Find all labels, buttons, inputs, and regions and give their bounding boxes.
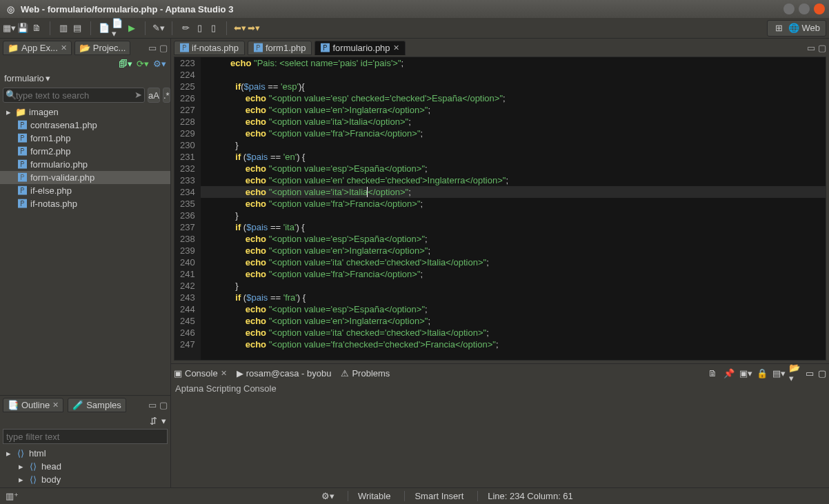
code-line[interactable]: echo "Pais: <select name='pais' id='pais…	[201, 57, 826, 69]
close-icon[interactable]: ✕	[393, 43, 399, 52]
minimize-view-icon[interactable]: ▭	[148, 43, 157, 53]
tab-project-explorer[interactable]: 📂 Projec...	[74, 41, 131, 55]
console-body[interactable]: Aptana Scripting Console	[171, 382, 829, 487]
outline-item[interactable]: ▸⟨⟩html	[0, 447, 170, 460]
editor-tab[interactable]: 🅿if-notas.php	[174, 41, 245, 55]
maximize-button[interactable]	[799, 3, 810, 14]
close-icon[interactable]: ✕	[61, 43, 67, 52]
expander-icon[interactable]: ▸	[4, 107, 12, 117]
tree-item[interactable]: 🅿if-notas.php	[0, 197, 170, 210]
editor-tab[interactable]: 🅿formulario.php✕	[314, 41, 405, 55]
outline-filter-input[interactable]	[3, 429, 168, 444]
close-icon[interactable]: ✕	[52, 401, 59, 410]
outline-item[interactable]: ▸⟨⟩head	[0, 460, 170, 473]
tab-samples[interactable]: 🧪 Samples	[68, 398, 126, 412]
code-line[interactable]: }	[201, 280, 826, 292]
minimize-view-icon[interactable]: ▭	[807, 43, 815, 53]
layout-icon[interactable]: ▥	[57, 22, 70, 34]
new-icon[interactable]: ▦▾	[3, 22, 15, 34]
tab-outline[interactable]: 📑 Outline ✕	[3, 398, 63, 412]
regex-toggle[interactable]: .*	[163, 88, 170, 103]
open-perspective-icon[interactable]: ⊞	[773, 22, 786, 34]
code-line[interactable]: }	[201, 210, 826, 221]
tab-app-explorer[interactable]: 📁 App Ex... ✕	[3, 41, 72, 55]
collapse-icon[interactable]: 🗐▾	[119, 59, 132, 69]
tree-item[interactable]: 🅿contrasena1.php	[0, 119, 170, 132]
run-icon[interactable]: ▶	[126, 22, 138, 34]
link-icon[interactable]: ⟳▾	[137, 59, 149, 69]
minimize-view-icon[interactable]: ▭	[148, 400, 157, 410]
views-icon[interactable]: ▤	[71, 22, 83, 34]
display-icon[interactable]: ▣▾	[739, 367, 752, 379]
code-line[interactable]: echo "<option value='esp'>España</option…	[201, 303, 826, 315]
filter-icon[interactable]: ▾	[161, 416, 166, 426]
code-line[interactable]: echo "<option value='ita'>Italia</option…	[201, 186, 826, 198]
add-view-icon[interactable]: ▥⁺	[6, 490, 18, 503]
code-line[interactable]: echo "<option value='fra'>Francia</optio…	[201, 268, 826, 280]
maximize-view-icon[interactable]: ▢	[159, 43, 168, 53]
case-toggle[interactable]: aA	[148, 88, 160, 103]
highlight-icon[interactable]: ✏	[179, 22, 192, 34]
tree-item[interactable]: 🅿if-else.php	[0, 184, 170, 197]
outline-tree[interactable]: ▸⟨⟩html▸⟨⟩head▸⟨⟩body	[0, 445, 170, 487]
script2-icon[interactable]: 📄▾	[112, 22, 124, 34]
code-editor[interactable]: echo "Pais: <select name='pais' id='pais…	[201, 57, 826, 360]
code-line[interactable]: echo "<option value='en' checked='checke…	[201, 174, 826, 186]
code-line[interactable]: echo "<option value='en'>Inglaterra</opt…	[201, 245, 826, 256]
save-icon[interactable]: 💾	[17, 22, 29, 34]
tab-terminal[interactable]: ▶ rosam@casa - byobu	[237, 368, 332, 379]
nav-forward-icon[interactable]: ➡▾	[248, 22, 260, 34]
code-line[interactable]: echo "<option value='fra'>Francia</optio…	[201, 128, 826, 139]
code-line[interactable]: echo "<option value='ita' checked='check…	[201, 327, 826, 339]
editor-area[interactable]: 2232242252262272282292302312322332342352…	[174, 57, 826, 361]
expander-icon[interactable]: ▸	[17, 461, 25, 472]
code-line[interactable]: if ($pais == 'ita') {	[201, 221, 826, 233]
toggle2-icon[interactable]: ▯	[207, 22, 219, 34]
minimize-button[interactable]	[783, 3, 795, 14]
code-line[interactable]: if ($pais == 'fra') {	[201, 292, 826, 303]
tab-console[interactable]: ▣ Console ✕	[174, 368, 227, 379]
expander-icon[interactable]: ▸	[4, 448, 12, 458]
code-line[interactable]: echo "<option value='fra'>Francia</optio…	[201, 198, 826, 210]
nav-back-icon[interactable]: ⬅▾	[234, 22, 246, 34]
code-line[interactable]	[201, 69, 826, 81]
script-icon[interactable]: 📄	[98, 22, 110, 34]
perspective-switcher[interactable]: ⊞ 🌐 Web	[767, 20, 827, 37]
tree-item[interactable]: 🅿formulario.php	[0, 158, 170, 171]
tree-item[interactable]: 🅿form-validar.php	[0, 171, 170, 184]
open-console-icon[interactable]: ▤▾	[772, 367, 785, 379]
code-line[interactable]: echo "<option value='fra'checked='checke…	[201, 339, 826, 350]
tree-item[interactable]: 🅿form2.php	[0, 145, 170, 158]
code-line[interactable]: }	[201, 139, 826, 151]
code-line[interactable]: if ($pais == 'en') {	[201, 151, 826, 163]
code-line[interactable]: echo "<option value='esp'>España</option…	[201, 233, 826, 245]
close-icon[interactable]: ✕	[221, 369, 227, 378]
tab-problems[interactable]: ⚠ Problems	[341, 368, 390, 379]
sort-icon[interactable]: ⇵	[150, 416, 157, 426]
code-line[interactable]: echo "<option value='esp'>España</option…	[201, 163, 826, 174]
clear-icon[interactable]: 🗎	[706, 367, 719, 379]
code-line[interactable]: echo "<option value='ita'>Italia</option…	[201, 116, 826, 128]
editor-tab[interactable]: 🅿form1.php	[248, 41, 312, 55]
code-line[interactable]: echo "<option value='en'>Inglaterra</opt…	[201, 315, 826, 327]
maximize-view-icon[interactable]: ▢	[818, 368, 826, 379]
toggle1-icon[interactable]: ▯	[193, 22, 206, 34]
minimize-view-icon[interactable]: ▭	[806, 368, 814, 379]
gear-icon[interactable]: ⚙▾	[153, 59, 166, 69]
tree-item[interactable]: ▸📁imagen	[0, 105, 170, 119]
file-tree[interactable]: ▸📁imagen🅿contrasena1.php🅿form1.php🅿form2…	[0, 104, 170, 395]
pin-icon[interactable]: 📌	[723, 367, 735, 379]
maximize-view-icon[interactable]: ▢	[159, 400, 168, 410]
wand-icon[interactable]: ✎▾	[152, 22, 165, 34]
search-input[interactable]	[3, 88, 145, 103]
code-line[interactable]: echo "<option value='en'>Inglaterra</opt…	[201, 104, 826, 116]
project-dropdown[interactable]: formulario▾	[0, 70, 170, 86]
code-line[interactable]: echo "<option value='ita' checked='check…	[201, 256, 826, 268]
code-line[interactable]: if($pais == 'esp'){	[201, 81, 826, 92]
expander-icon[interactable]: ▸	[17, 474, 25, 485]
tree-item[interactable]: 🅿form1.php	[0, 132, 170, 145]
save-all-icon[interactable]: 🗎	[30, 22, 43, 34]
go-icon[interactable]: ➤	[134, 90, 142, 100]
code-line[interactable]: echo "<option value='esp' checked='check…	[201, 92, 826, 104]
close-button[interactable]	[814, 3, 825, 14]
